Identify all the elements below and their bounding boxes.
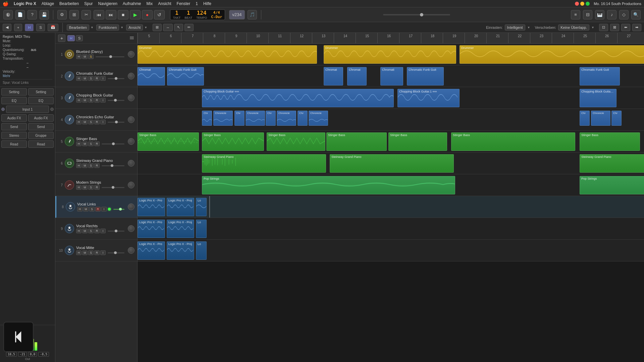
tc-s-8[interactable]: S [89,207,95,212]
track-volume-2[interactable] [128,73,135,79]
play-btn[interactable]: ▶ [130,10,141,19]
tc-m-2[interactable]: M [82,76,88,81]
clip-vocal-rechts-3[interactable]: Lo [196,220,207,238]
clip-chr-r3[interactable]: Chr [611,111,622,126]
tc-h-9[interactable]: H [76,229,82,233]
track-fader-5[interactable] [102,143,124,144]
master-fader-thumb[interactable] [420,13,423,16]
tc-s-10[interactable]: S [88,250,94,255]
tc-i-9[interactable]: I [100,229,106,233]
lane-2[interactable]: Chromat Chromatic Funk Guit [138,65,644,87]
tc-h-1[interactable]: H [76,54,82,59]
tc-r-9[interactable]: R [94,229,100,233]
track-fader-thumb-9[interactable] [115,230,117,232]
nudge-right-btn[interactable]: ➡ [632,24,641,31]
clip-bass-3[interactable]: Stinger Bass [267,132,325,151]
tc-i-2[interactable]: I [100,76,106,81]
clip-bass-7[interactable]: Stinger Bass [580,132,640,151]
snap-btn[interactable]: ⊡ [599,24,608,31]
tc-m-3[interactable]: M [82,98,88,103]
clip-chromat-7[interactable]: Chromatic Funk Guit [580,67,620,85]
menu-spur[interactable]: Spur [84,1,93,6]
stop-btn[interactable]: ■ [118,10,128,19]
menu-aufnahme[interactable]: Aufnahme [123,1,141,6]
setting-btn-2[interactable]: Setting [28,88,54,96]
clip-bass-1[interactable]: Stinger Bass [138,132,199,151]
track-fader-thumb-3[interactable] [114,99,117,102]
clip-chr-7[interactable]: Chr [298,111,308,126]
tc-m-5[interactable]: M [82,141,88,146]
bearbeiten-val[interactable]: Bearbeiten [67,24,89,31]
track-fader-thumb-10[interactable] [114,251,117,254]
clip-vocal-rechts-1[interactable]: Logic Pro X - Pro [138,220,165,238]
lane-5[interactable]: Stinger Bass Stinger Bass [138,131,644,153]
bearbeiten-dropdown[interactable]: Bearbeiten ▼ [67,24,94,31]
lane-8[interactable]: Logic Pro X - Pro Logic Pro X - Proj [138,196,644,218]
track-volume-5[interactable] [128,138,135,145]
track-fader-thumb-6[interactable] [111,164,113,167]
clip-chr-3[interactable]: Chr [234,111,245,126]
lane-9[interactable]: Logic Pro X - Pro Logic Pro X - Proj [138,218,644,240]
tc-h-3[interactable]: H [76,98,82,103]
menu-mix[interactable]: Mix [147,1,153,6]
pencil-btn[interactable]: ✏ [184,24,194,31]
setting-btn-1[interactable]: Setting [1,88,27,96]
clip-bass-5[interactable]: Stinger Bass [388,132,447,151]
menu-navigieren[interactable]: Navigieren [98,1,117,6]
settings-btn[interactable]: ⚙ [57,10,67,19]
tc-s-2[interactable]: S [88,76,94,81]
tc-s-7[interactable]: S [88,185,94,190]
add-track-btn-2[interactable]: + [58,35,65,42]
track-fader-thumb-8[interactable] [119,208,122,210]
tc-m-7[interactable]: M [82,185,88,190]
tc-h-4[interactable]: H [76,120,82,124]
send-btn-2[interactable]: Send [28,123,54,130]
menu-ablage[interactable]: Ablage [42,1,54,6]
track-volume-8[interactable] [128,203,135,210]
scissors-btn[interactable]: ✂ [82,10,91,19]
piano-roll-btn[interactable]: 🎹 [595,10,604,19]
menu-bearbeiten[interactable]: Bearbeiten [59,1,79,6]
midi-view-btn[interactable]: H [25,24,34,31]
clip-chr-6[interactable]: Chronicle [277,111,296,126]
lane-1[interactable]: Drummer Drummer Drummer [138,44,644,65]
tc-s-5[interactable]: S [88,141,94,146]
track-fader-thumb-5[interactable] [112,142,115,145]
tc-r-2[interactable]: R [94,76,100,81]
send-btn[interactable]: Send [1,123,27,130]
tc-h-6[interactable]: H [76,163,82,168]
tc-s-6[interactable]: S [88,163,94,168]
read-btn-1[interactable]: Read [1,140,27,148]
clip-bass-6[interactable]: Stinger Bass [451,132,575,151]
tune-btn[interactable]: 🎵 [248,10,257,19]
record-btn[interactable]: ● [142,10,153,19]
midi-toggle[interactable]: H [67,35,75,41]
nudge-left-btn[interactable]: ⬅ [621,24,630,31]
tc-h-2[interactable]: H [76,76,82,81]
tc-m-6[interactable]: M [82,163,88,168]
funktionen-val[interactable]: Funktionen [96,24,119,31]
mehr-link[interactable]: Mehr [3,74,52,78]
ansicht-dropdown[interactable]: Ansicht ▼ [126,24,147,31]
clip-chromat-2[interactable]: Chromatic Funk Guit [167,67,204,85]
lanes-scroll[interactable]: Drummer Drummer Drummer [138,44,644,362]
tc-i-3[interactable]: I [100,98,106,103]
gruppe-btn[interactable]: Gruppe [28,132,54,139]
audio-fx-btn-2[interactable]: Audio FX [28,114,54,122]
clip-drummer-1[interactable]: Drummer [138,45,317,64]
clip-chr-8[interactable]: Chronicle [309,111,328,126]
customize-btn[interactable]: ⊞ [69,10,79,19]
clip-piano-1[interactable]: Steinway Grand Piano [202,154,326,173]
lane-3[interactable]: Chopping Block Guitar ∞∞ Chopping Block … [138,87,644,109]
tc-s-3[interactable]: S [88,98,94,103]
tc-i-8[interactable]: I [101,207,107,212]
track-fader-1[interactable] [96,56,124,57]
tc-m-4[interactable]: M [82,120,88,124]
settings-icon[interactable] [129,35,135,41]
help-btn[interactable]: ? [28,10,37,19]
list-view-btn[interactable]: ≡ [571,10,580,19]
rewind-btn[interactable]: ⏮ [94,10,104,19]
clip-bass-4[interactable]: Stinger Bass [326,132,387,151]
clip-vocal-rechts-2[interactable]: Logic Pro X - Proj [167,220,194,238]
tc-s-1[interactable]: S [88,54,94,59]
